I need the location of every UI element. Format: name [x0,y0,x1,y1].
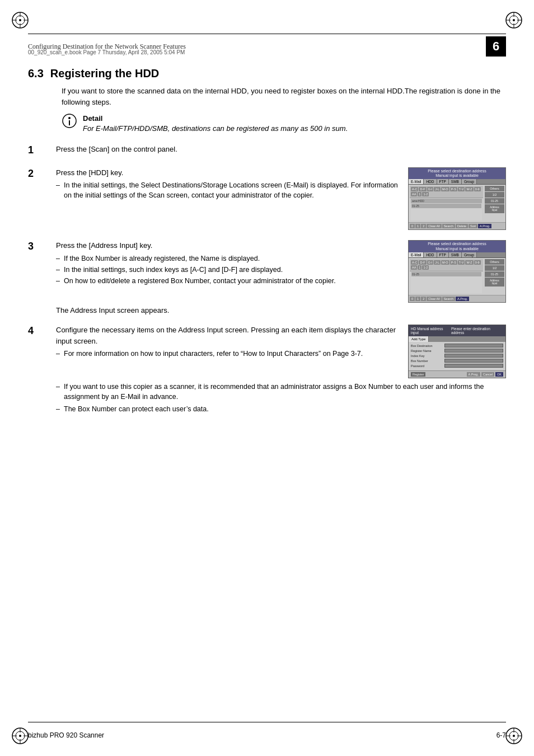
screen1-tab-hdd[interactable]: HDD [424,179,437,184]
key2-df[interactable]: D-F [419,260,426,265]
key2-09[interactable]: 0-9 [474,260,481,265]
field-regname[interactable] [444,349,503,353]
key-09[interactable]: 0-9 [474,187,481,191]
field-indexkey[interactable] [444,354,503,358]
sidebar2-0125[interactable]: 01-25 [485,271,504,277]
key-aa[interactable]: AA [411,192,417,196]
key2-gi[interactable]: G-I [427,260,434,265]
key2-jl[interactable]: J-L [434,260,441,265]
screen1-tab-smb[interactable]: SMB [449,179,462,184]
screen1-sidebar: Others 1/2 01-25 AddressInput [485,186,504,221]
btn-0[interactable]: 0 [410,224,415,228]
sidebar2-addr-input[interactable]: AddressInput [485,278,504,287]
key2-ac[interactable]: A-C [411,260,418,265]
sidebar2-others[interactable]: Others [485,259,504,265]
key-df[interactable]: D-F [419,187,426,191]
page-header: Configuring Destination for the Network … [28,36,506,59]
key2-1[interactable]: 1 [418,265,421,270]
field-boxdest[interactable] [444,344,503,348]
step-1-number: 1 [28,144,56,156]
sidebar-addr-input[interactable]: AddressInput [485,204,504,213]
btn-register[interactable]: Register [411,372,425,377]
screen2-tab-group[interactable]: Group [462,252,477,257]
step-2-content: Press the [HDD] key. In the initial sett… [56,167,506,231]
step-4-with-image: Configure the necessary items on the Add… [56,325,506,378]
btn3-ok[interactable]: OK [495,372,503,377]
step-2-text-col: Press the [HDD] key. In the initial sett… [56,167,401,202]
key-gi[interactable]: G-I [427,187,434,191]
btn3-aprog[interactable]: A.Prog. [467,372,480,377]
key-wz[interactable]: W-Z [465,187,473,191]
key-ac[interactable]: A-C [411,187,418,191]
step-4-main-text: Configure the necessary items on the Add… [56,325,401,346]
btn-1[interactable]: 1 [415,224,420,228]
btn-sort[interactable]: Sort [469,224,477,228]
btn-search[interactable]: Search [442,224,455,228]
btn2-clear-all[interactable]: Clear All [427,297,441,301]
btn3-cancel[interactable]: Cancel [481,372,494,377]
step-3-text-col: Press the [Address Input] key. If the Bo… [56,240,401,287]
svg-point-9 [513,19,515,21]
screen2-tab-hdd[interactable]: HDD [424,252,437,257]
screen2-keys: A-C D-F G-I J-L M-O P-S T-V W-Z 0-9 AA [410,259,483,271]
screen1-input-field: ame:HDD [411,199,482,203]
detail-icon [62,113,77,132]
key2-mo[interactable]: M-O [441,260,449,265]
key-1[interactable]: 1 [418,192,421,196]
screen3-tabs: Add.Type [409,336,505,342]
step-1-text: Press the [Scan] on the control panel. [56,144,506,155]
btn2-aprog[interactable]: A.Prog. [456,297,469,301]
screen1-tab-ftp[interactable]: FTP [437,179,449,184]
screen1-tab-email[interactable]: E-Mail [409,179,424,184]
key2-12[interactable]: 1-2 [422,265,429,270]
step-4-bullet-1: For more information on how to input cha… [56,349,401,359]
screen2-list-item: 01-25 [411,272,481,276]
btn2-2[interactable]: 2 [421,297,426,301]
screen2-tab-email[interactable]: E-Mail [409,252,424,257]
screen1-tab-group[interactable]: Group [462,179,477,184]
detail-text: For E-Mail/FTP/HDD/SMB, destinations can… [83,124,348,134]
screen1-list-area: 01-25 [411,204,482,220]
btn2-0[interactable]: 0 [410,297,415,301]
key2-aa[interactable]: AA [411,265,417,270]
footer-left: bizhub PRO 920 Scanner [28,731,104,739]
key2-ps[interactable]: P-S [450,260,457,265]
key-jl[interactable]: J-L [434,187,441,191]
btn-delete[interactable]: Delete [456,224,468,228]
screen3-tab-addtype[interactable]: Add.Type [409,336,429,342]
screen3-title-right: Please enter destination address [451,327,503,335]
chapter-number: 6 [486,36,506,57]
screen2-tab-ftp[interactable]: FTP [437,252,449,257]
label-password: Password [411,364,444,368]
section-number: 6.3 [28,67,44,80]
btn-aprog[interactable]: A.Prog. [478,224,491,228]
step-2-with-image: Press the [HDD] key. In the initial sett… [56,167,506,231]
key-mo[interactable]: M-O [441,187,449,191]
step-2-bullets: In the initial settings, the Select Dest… [56,180,401,200]
btn2-search[interactable]: Search [442,297,455,301]
btn-clear-all[interactable]: Clear All [427,224,441,228]
screen3-title-left: HD Manual address input [411,327,451,335]
btn2-1[interactable]: 1 [415,297,420,301]
field-password[interactable] [444,364,503,368]
label-indexkey: Index Key [411,354,444,358]
screen3-right-btns: A.Prog. Cancel OK [467,372,503,377]
key2-tv[interactable]: T-V [458,260,465,265]
field-boxnum[interactable] [444,359,503,363]
key-tv[interactable]: T-V [458,187,465,191]
screen3-form: Box Destination Register Name Index Key [409,342,505,370]
step-4-text-col: Configure the necessary items on the Add… [56,325,401,360]
sidebar2-12[interactable]: 1/2 [485,265,504,271]
btn-2[interactable]: 2 [421,224,426,228]
key2-wz[interactable]: W-Z [465,260,473,265]
main-content: 6.3 Registering the HDD If you want to s… [28,62,506,711]
screen2-tab-smb[interactable]: SMB [449,252,462,257]
step-4-number: 4 [28,325,56,337]
sidebar-0125[interactable]: 01-25 [485,198,504,204]
key-ps[interactable]: P-S [450,187,457,191]
sidebar-12[interactable]: 1/2 [485,192,504,198]
corner-decoration-bl [10,726,30,746]
key-12[interactable]: 1-2 [422,192,429,196]
sidebar-others[interactable]: Others [485,186,504,191]
screen2-list-area: 01-25 [411,272,482,293]
